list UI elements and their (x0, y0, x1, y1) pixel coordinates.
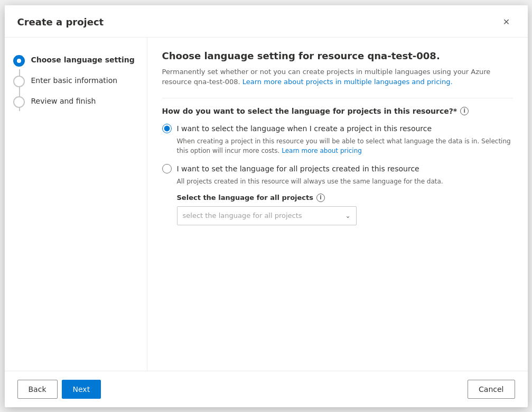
radio-option-1: I want to select the language when I cre… (162, 124, 513, 155)
dropdown-placeholder: select the language for all projects (183, 212, 302, 219)
step-3-circle (13, 96, 25, 108)
language-dropdown[interactable]: select the language for all projects ⌄ (177, 206, 357, 225)
sub-field-label-text: Select the language for all projects (177, 194, 314, 202)
dialog-title: Create a project (17, 16, 104, 28)
radio-row-2: I want to set the language for all proje… (162, 164, 513, 173)
radio-label-2[interactable]: I want to set the language for all proje… (177, 164, 419, 173)
radio-label-1[interactable]: I want to select the language when I cre… (177, 124, 432, 133)
create-project-dialog: Create a project ✕ Choose language setti… (5, 5, 528, 407)
question-text: How do you want to select the language f… (162, 107, 458, 115)
dialog-body: Choose language setting Enter basic info… (5, 38, 528, 371)
dialog-footer: Back Next Cancel (5, 371, 528, 407)
dialog-header: Create a project ✕ (5, 5, 528, 38)
cancel-button[interactable]: Cancel (468, 380, 515, 399)
next-button[interactable]: Next (62, 380, 101, 399)
sub-field: Select the language for all projects i s… (177, 194, 513, 225)
main-content: Choose language setting for resource qna… (147, 38, 528, 371)
footer-left-buttons: Back Next (17, 380, 101, 399)
section-description: Permanently set whether or not you can c… (162, 67, 513, 87)
section-divider (162, 98, 513, 98)
step-1-circle (13, 55, 25, 67)
radio-row-1: I want to select the language when I cre… (162, 124, 513, 133)
close-icon: ✕ (503, 17, 510, 27)
section-description-link[interactable]: Learn more about projects in multiple la… (242, 78, 453, 86)
radio-description-1: When creating a project in this resource… (177, 136, 513, 155)
radio-description-2: All projects created in this resource wi… (177, 177, 513, 186)
radio-description-1-link[interactable]: Learn more about pricing (282, 147, 362, 154)
back-button[interactable]: Back (17, 380, 58, 399)
sub-field-label: Select the language for all projects i (177, 194, 513, 202)
sub-field-info-icon[interactable]: i (316, 194, 325, 202)
section-title: Choose language setting for resource qna… (162, 50, 513, 61)
question-label: How do you want to select the language f… (162, 107, 513, 115)
steps-panel: Choose language setting Enter basic info… (5, 38, 147, 371)
step-2-circle (13, 76, 25, 87)
chevron-down-icon: ⌄ (345, 212, 350, 219)
radio-input-1[interactable] (162, 124, 172, 133)
step-1-label: Choose language setting (31, 54, 135, 64)
question-info-icon[interactable]: i (460, 107, 469, 115)
close-button[interactable]: ✕ (498, 14, 515, 31)
step-2-item: Enter basic information (13, 71, 138, 91)
step-2-label: Enter basic information (31, 75, 118, 85)
radio-input-2[interactable] (162, 164, 172, 173)
step-3-item: Review and finish (13, 91, 138, 112)
radio-option-2: I want to set the language for all proje… (162, 164, 513, 225)
step-3-label: Review and finish (31, 96, 96, 105)
step-1-item: Choose language setting (13, 50, 138, 71)
